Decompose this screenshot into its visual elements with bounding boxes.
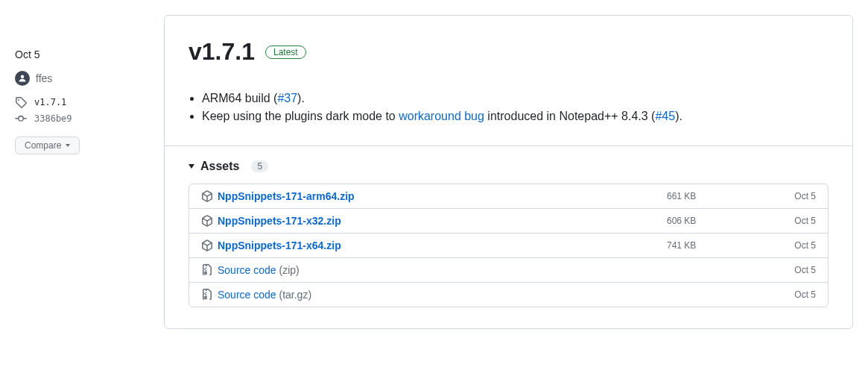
tag-name[interactable]: v1.7.1 bbox=[34, 97, 66, 107]
asset-row: Source code (tar.gz) Oct 5 bbox=[189, 282, 828, 307]
changelog-list: ARM64 build (#37). Keep using the plugin… bbox=[189, 92, 829, 123]
asset-date: Oct 5 bbox=[771, 216, 816, 226]
compare-label: Compare bbox=[25, 140, 61, 151]
asset-size: 606 KB bbox=[667, 216, 771, 226]
release-panel: v1.7.1 Latest ARM64 build (#37). Keep us… bbox=[164, 15, 853, 329]
assets-toggle[interactable]: Assets 5 bbox=[189, 160, 829, 173]
changelog-item: Keep using the plugins dark mode to work… bbox=[202, 110, 829, 123]
issue-link[interactable]: #37 bbox=[277, 92, 297, 104]
package-icon bbox=[201, 215, 213, 227]
asset-link[interactable]: Source code (zip) bbox=[218, 264, 300, 276]
assets-count: 5 bbox=[251, 160, 268, 172]
caret-down-icon bbox=[66, 144, 70, 147]
triangle-down-icon bbox=[189, 164, 194, 169]
latest-badge: Latest bbox=[265, 46, 306, 59]
asset-date: Oct 5 bbox=[771, 240, 816, 251]
issue-link[interactable]: #45 bbox=[655, 110, 675, 122]
author-name[interactable]: ffes bbox=[36, 72, 52, 84]
asset-link[interactable]: Source code (tar.gz) bbox=[218, 289, 311, 301]
asset-row: NppSnippets-171-x64.zip 741 KB Oct 5 bbox=[189, 233, 828, 257]
asset-row: NppSnippets-171-arm64.zip 661 KB Oct 5 bbox=[189, 184, 828, 208]
file-zip-icon bbox=[201, 264, 213, 276]
package-icon bbox=[201, 239, 213, 251]
release-title: v1.7.1 bbox=[189, 38, 255, 66]
asset-row: Source code (zip) Oct 5 bbox=[189, 257, 828, 282]
asset-link[interactable]: NppSnippets-171-x32.zip bbox=[218, 215, 341, 227]
asset-link[interactable]: NppSnippets-171-arm64.zip bbox=[218, 190, 355, 202]
asset-size: 741 KB bbox=[667, 240, 771, 251]
asset-row: NppSnippets-171-x32.zip 606 KB Oct 5 bbox=[189, 208, 828, 233]
asset-link[interactable]: NppSnippets-171-x64.zip bbox=[218, 239, 341, 251]
commit-hash[interactable]: 3386be9 bbox=[34, 113, 72, 124]
file-zip-icon bbox=[201, 289, 213, 301]
release-date: Oct 5 bbox=[15, 48, 149, 60]
asset-date: Oct 5 bbox=[771, 289, 816, 300]
asset-date: Oct 5 bbox=[771, 191, 816, 201]
svg-point-0 bbox=[21, 75, 25, 79]
compare-button[interactable]: Compare bbox=[15, 137, 80, 154]
release-sidebar: Oct 5 ffes v1.7.1 3386be9 Compare bbox=[15, 15, 149, 329]
asset-date: Oct 5 bbox=[771, 265, 816, 275]
commit-icon bbox=[15, 113, 27, 125]
commit-row[interactable]: 3386be9 bbox=[15, 113, 149, 125]
assets-table: NppSnippets-171-arm64.zip 661 KB Oct 5 N… bbox=[189, 184, 829, 307]
asset-size: 661 KB bbox=[667, 191, 771, 201]
assets-label: Assets bbox=[200, 160, 239, 173]
changelog-item: ARM64 build (#37). bbox=[202, 92, 829, 105]
package-icon bbox=[201, 190, 213, 202]
author-row[interactable]: ffes bbox=[15, 71, 149, 86]
workaround-link[interactable]: workaround bug bbox=[399, 110, 484, 122]
tag-row[interactable]: v1.7.1 bbox=[15, 96, 149, 108]
tag-icon bbox=[15, 96, 27, 108]
avatar bbox=[15, 71, 30, 86]
